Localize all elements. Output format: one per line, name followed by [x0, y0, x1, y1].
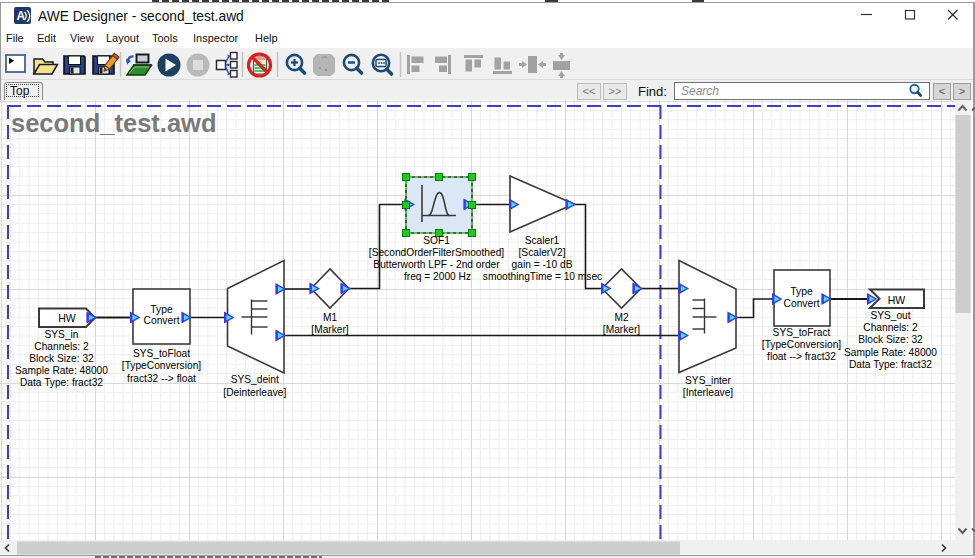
svg-text:smoothingTime = 10 msec: smoothingTime = 10 msec	[483, 271, 602, 282]
svg-text:Data Type: fract32: Data Type: fract32	[20, 377, 103, 388]
svg-text:second_test.awd: second_test.awd	[11, 109, 216, 137]
svg-text:AWE Designer - second_test.awd: AWE Designer - second_test.awd	[38, 9, 244, 24]
svg-text:[Marker]: [Marker]	[603, 324, 641, 335]
svg-text:gain = -10 dB: gain = -10 dB	[512, 259, 573, 270]
svg-text:float --> fract32: float --> fract32	[767, 351, 836, 362]
svg-text:[Marker]: [Marker]	[311, 324, 349, 335]
svg-text:Data Type: fract32: Data Type: fract32	[849, 359, 932, 370]
svg-text:HW: HW	[888, 294, 906, 306]
svg-text:A: A	[17, 9, 26, 23]
svg-text:M1: M1	[323, 312, 337, 323]
svg-text:Scaler1: Scaler1	[525, 235, 560, 246]
svg-text:SYS_out: SYS_out	[870, 310, 910, 321]
svg-text:Sample Rate: 48000: Sample Rate: 48000	[15, 365, 108, 376]
svg-text:SYS_deint: SYS_deint	[231, 374, 279, 385]
svg-text:SYS_inter: SYS_inter	[685, 375, 731, 386]
svg-text:Convert: Convert	[143, 315, 179, 326]
svg-text:[ScalerV2]: [ScalerV2]	[519, 247, 566, 258]
svg-text:Block Size: 32: Block Size: 32	[29, 353, 94, 364]
svg-text:HW: HW	[58, 312, 76, 324]
svg-text:Channels: 2: Channels: 2	[863, 322, 918, 333]
svg-text:SOF1: SOF1	[423, 235, 450, 246]
svg-text:[TypeConversion]: [TypeConversion]	[122, 360, 201, 371]
svg-text:[Interleave]: [Interleave]	[683, 387, 734, 398]
svg-text:Butterworth LPF - 2nd order: Butterworth LPF - 2nd order	[373, 259, 500, 270]
svg-text:[TypeConversion]: [TypeConversion]	[762, 339, 841, 350]
svg-text:SYS_toFract: SYS_toFract	[773, 327, 831, 338]
svg-text:Channels: 2: Channels: 2	[34, 341, 89, 352]
svg-text:Block Size: 32: Block Size: 32	[858, 334, 923, 345]
svg-text:Convert: Convert	[783, 298, 819, 309]
svg-text:Type: Type	[150, 304, 173, 315]
svg-text:Sample Rate: 48000: Sample Rate: 48000	[844, 347, 937, 358]
svg-text:freq = 2000 Hz: freq = 2000 Hz	[404, 271, 471, 282]
svg-text:[SecondOrderFilterSmoothed]: [SecondOrderFilterSmoothed]	[369, 247, 505, 258]
svg-text:fract32 --> float: fract32 --> float	[127, 373, 196, 384]
svg-text:SYS_in: SYS_in	[45, 329, 79, 340]
svg-text:M2: M2	[614, 312, 628, 323]
svg-text:Type: Type	[790, 286, 813, 297]
svg-text:SYS_toFloat: SYS_toFloat	[133, 348, 190, 359]
svg-text:[Deinterleave]: [Deinterleave]	[223, 387, 286, 398]
